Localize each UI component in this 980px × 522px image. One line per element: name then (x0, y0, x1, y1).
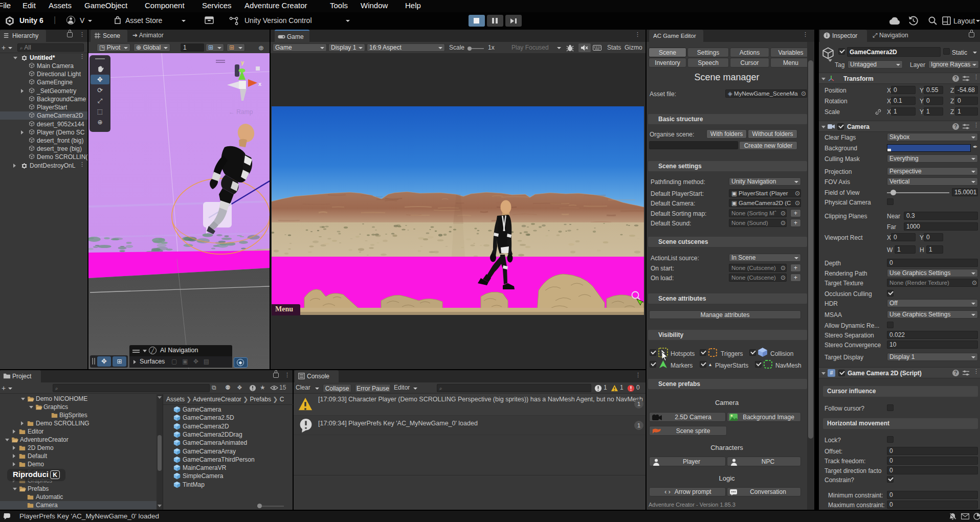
svg-text:← Ramp: ← Ramp (229, 108, 253, 116)
svg-text:y: y (241, 59, 244, 65)
svg-text:x: x (258, 81, 262, 87)
